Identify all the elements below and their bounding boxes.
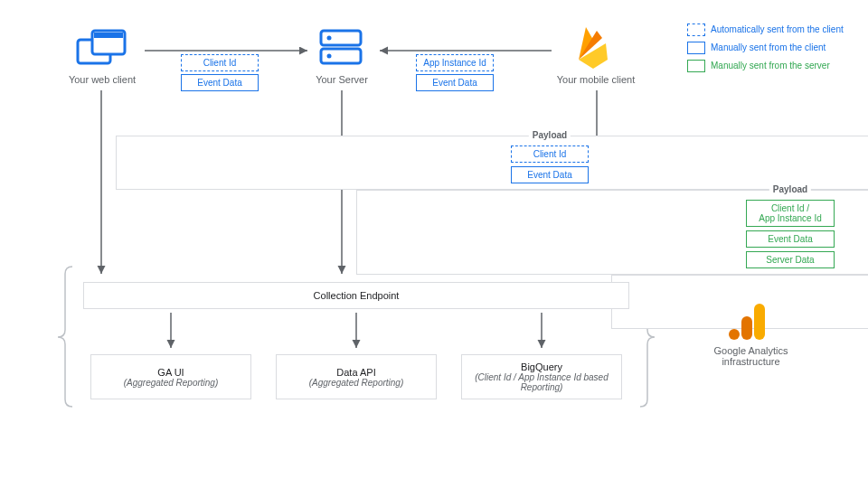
svg-rect-15 [754,304,765,340]
payload-server-item-1: Event Data [746,230,835,248]
web-to-server-tags: Client Id Event Data [181,54,259,91]
legend-swatch-green [687,60,705,72]
server-node [316,27,365,70]
report-ga-ui-name: GA UI [95,367,247,378]
payload-server: Payload Client Id / App Instance Id Even… [356,190,868,275]
tag-app-instance-id: App Instance Id [416,54,494,71]
web-client-label: Your web client [61,74,143,85]
svg-point-13 [327,36,332,41]
firebase-icon [571,22,615,72]
legend-swatch-dashed [687,23,705,36]
report-ga-ui-sub: (Aggregated Reporting) [95,378,247,388]
svg-point-14 [327,54,332,59]
web-client-icon [74,27,128,70]
svg-rect-10 [94,33,123,38]
payload-web-item-0: Client Id [511,145,589,163]
legend-manual-client: Manually sent from the client [687,42,850,54]
collection-endpoint-label: Collection Endpoint [314,290,400,301]
mobile-to-server-tags: App Instance Id Event Data [416,54,494,91]
report-data-api-sub: (Aggregated Reporting) [280,378,432,388]
payload-title: Payload [529,130,571,140]
tag-event-data: Event Data [181,74,259,91]
report-bigquery-name: BigQuery [466,361,618,372]
legend-auto-text: Automatically sent from the client [711,24,844,35]
payload-title: Payload [769,184,811,194]
mobile-client-node [571,22,615,74]
payload-web-item-1: Event Data [511,166,589,183]
report-data-api-name: Data API [280,367,432,378]
report-data-api: Data API (Aggregated Reporting) [276,354,437,399]
report-ga-ui: GA UI (Aggregated Reporting) [90,354,251,399]
ga-logo [727,302,770,343]
report-bigquery-sub: (Client Id / App Instance Id based Repor… [466,372,618,392]
legend-manual-client-text: Manually sent from the client [711,42,826,53]
payload-server-item-0: Client Id / App Instance Id [746,200,835,227]
payload-server-item-2: Server Data [746,251,835,268]
legend-manual-server-text: Manually sent from the server [711,61,830,71]
svg-point-17 [729,329,740,340]
server-label: Your Server [306,74,378,85]
payload-web: Payload Client Id Event Data [116,136,868,190]
legend-manual-server: Manually sent from the server [687,60,850,72]
legend-swatch-solid [687,42,705,54]
analytics-icon [727,302,770,342]
report-bigquery: BigQuery (Client Id / App Instance Id ba… [461,354,622,399]
legend-auto: Automatically sent from the client [687,23,850,36]
web-client-node [74,27,128,72]
infra-label: Google Analytics infrastructure [703,345,798,367]
svg-rect-16 [741,316,752,340]
legend: Automatically sent from the client Manua… [687,23,850,78]
tag-event-data: Event Data [416,74,494,91]
mobile-client-label: Your mobile client [546,74,646,85]
server-icon [316,27,365,69]
tag-client-id: Client Id [181,54,259,71]
collection-endpoint: Collection Endpoint [83,282,629,309]
